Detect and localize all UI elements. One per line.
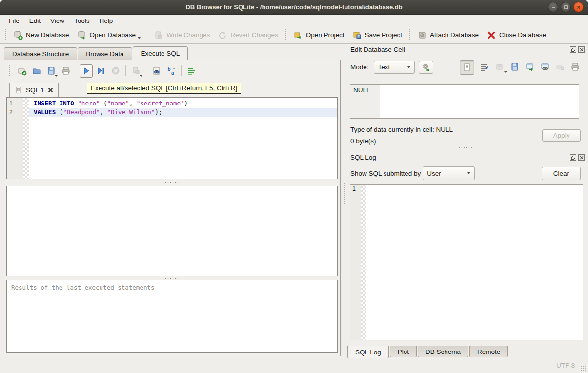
titlebar[interactable]: DB Browser for SQLite - /home/user/code/… bbox=[0, 0, 588, 15]
toolbar-drag-handle[interactable] bbox=[4, 29, 7, 41]
dock-tab-sql-log[interactable]: SQL Log bbox=[347, 346, 389, 358]
resize-grip[interactable] bbox=[580, 365, 587, 372]
float-dock-button[interactable] bbox=[570, 154, 576, 161]
open-external-button[interactable] bbox=[525, 62, 535, 73]
mode-select[interactable]: Text bbox=[374, 61, 415, 74]
format-sql-button[interactable] bbox=[185, 64, 198, 78]
write-changes-label: Write Changes bbox=[166, 31, 210, 39]
print-cell-button[interactable] bbox=[570, 62, 580, 73]
sql-log-box[interactable]: 1 bbox=[350, 184, 583, 340]
cell-editor-icon-row bbox=[460, 60, 580, 75]
chevron-down-icon[interactable] bbox=[138, 37, 141, 39]
dock-drag-handle[interactable] bbox=[343, 183, 345, 205]
results-grid-panel bbox=[6, 186, 338, 276]
dock-splitter-handle[interactable] bbox=[347, 146, 585, 149]
menu-help[interactable]: Help bbox=[95, 16, 118, 25]
save-results-icon bbox=[131, 66, 141, 76]
menu-file[interactable]: File bbox=[4, 16, 24, 25]
set-null-icon bbox=[555, 62, 565, 72]
filter-select[interactable]: User bbox=[423, 166, 475, 180]
new-database-button[interactable]: New Database bbox=[9, 28, 73, 42]
open-project-button[interactable]: Open Project bbox=[289, 28, 348, 42]
dock-tab-plot[interactable]: Plot bbox=[390, 346, 417, 357]
sql-log-dock-buttons bbox=[570, 154, 585, 161]
sql-file-icon bbox=[15, 86, 22, 94]
execute-current-line-icon bbox=[96, 66, 106, 76]
execute-current-line-button[interactable] bbox=[94, 64, 107, 78]
attach-database-button[interactable]: Attach Database bbox=[413, 28, 483, 42]
toolbar-separator bbox=[181, 65, 182, 76]
menu-view[interactable]: View bbox=[45, 16, 69, 25]
sql-token-pl: ); bbox=[155, 108, 162, 116]
minimize-icon bbox=[551, 5, 556, 10]
sql-token-pl: ( bbox=[100, 100, 107, 107]
chevron-down-icon[interactable] bbox=[55, 75, 58, 77]
main-tab-bar: Database StructureBrowse DataExecute SQL bbox=[4, 46, 188, 60]
copy-link-button[interactable] bbox=[540, 62, 550, 73]
open-database-label: Open Database bbox=[90, 31, 136, 39]
code-line[interactable]: VALUES ("Deadpond", "Dive Wilson"); bbox=[29, 108, 337, 117]
save-results-button bbox=[129, 64, 142, 78]
dock-tab-db-schema[interactable]: DB Schema bbox=[418, 346, 468, 357]
close-dock-button[interactable] bbox=[578, 46, 585, 53]
menu-edit[interactable]: Edit bbox=[24, 16, 45, 25]
sql-token-pl: , bbox=[129, 100, 137, 107]
find-in-sql-button[interactable] bbox=[150, 64, 163, 78]
toolbar-drag-handle[interactable] bbox=[9, 65, 11, 77]
save-as-button[interactable] bbox=[510, 62, 520, 73]
chevron-down-icon bbox=[407, 66, 410, 68]
execute-all-button[interactable] bbox=[80, 64, 93, 78]
close-dock-button[interactable] bbox=[578, 154, 585, 161]
float-dock-button[interactable] bbox=[570, 46, 576, 53]
chevron-down-icon[interactable] bbox=[140, 75, 142, 77]
save-sql-file-button[interactable] bbox=[44, 64, 58, 78]
sql-editor[interactable]: 12 INSERT INTO "hero" ("name", "secret_n… bbox=[6, 97, 338, 179]
save-project-label: Save Project bbox=[365, 31, 403, 39]
results-message-panel: Results of the last executed statements bbox=[6, 280, 338, 353]
execute-tooltip: Execute all/selected SQL [Ctrl+Return, F… bbox=[87, 83, 241, 94]
close-button[interactable] bbox=[573, 2, 584, 12]
minimize-button[interactable] bbox=[548, 2, 558, 12]
tab-browse-data[interactable]: Browse Data bbox=[78, 47, 132, 60]
fold-margin bbox=[361, 185, 366, 340]
replace-in-sql-button[interactable]: ba bbox=[164, 64, 178, 78]
menubar: FileEditViewToolsHelp bbox=[0, 15, 588, 26]
splitter-handle[interactable] bbox=[6, 180, 338, 184]
open-sql-file-button[interactable] bbox=[30, 64, 43, 78]
word-wrap-button[interactable] bbox=[480, 62, 489, 73]
replace-in-sql-icon: ba bbox=[166, 66, 176, 76]
revert-changes-label: Revert Changes bbox=[230, 31, 278, 39]
tab-database-structure[interactable]: Database Structure bbox=[4, 47, 77, 60]
toolbar-drag-handle[interactable] bbox=[284, 29, 287, 41]
write-changes-icon bbox=[154, 30, 163, 40]
sql-code-area[interactable]: INSERT INTO "hero" ("name", "secret_name… bbox=[29, 98, 337, 179]
code-line[interactable]: INSERT INTO "hero" ("name", "secret_name… bbox=[29, 99, 337, 108]
clear-button[interactable]: Clear bbox=[542, 167, 581, 180]
text-mode-icon bbox=[462, 62, 472, 72]
close-icon bbox=[576, 5, 581, 10]
cell-edit-box[interactable]: NULL bbox=[350, 84, 579, 119]
revert-changes-icon bbox=[218, 30, 227, 40]
stop-execution-icon bbox=[111, 66, 121, 76]
tab-execute-sql[interactable]: Execute SQL bbox=[133, 46, 188, 60]
maximize-button[interactable] bbox=[561, 2, 571, 12]
toolbar-separator bbox=[146, 65, 146, 76]
apply-button[interactable]: Apply bbox=[542, 129, 581, 142]
sql-tab-label: SQL 1 bbox=[26, 86, 44, 94]
mode-row: Mode: Text bbox=[350, 61, 433, 74]
sql-editor-tab[interactable]: SQL 1 bbox=[9, 83, 59, 97]
text-mode-button[interactable] bbox=[460, 60, 474, 75]
sql-token-str: "Dive Wilson" bbox=[107, 108, 155, 116]
print-sql-button[interactable] bbox=[59, 64, 72, 78]
menu-tools[interactable]: Tools bbox=[69, 16, 95, 25]
new-sql-tab-button[interactable] bbox=[15, 64, 28, 78]
chevron-down-icon[interactable] bbox=[504, 71, 507, 73]
close-database-button[interactable]: Close Database bbox=[483, 28, 550, 42]
window-title: DB Browser for SQLite - /home/user/code/… bbox=[185, 3, 402, 11]
mode-settings-button[interactable] bbox=[419, 61, 433, 74]
open-database-button[interactable]: Open Database bbox=[73, 28, 145, 42]
close-tab-icon[interactable] bbox=[48, 87, 53, 93]
dock-tab-remote[interactable]: Remote bbox=[469, 346, 508, 357]
save-project-button[interactable]: Save Project bbox=[348, 28, 406, 42]
toolbar-drag-handle[interactable] bbox=[408, 29, 411, 41]
